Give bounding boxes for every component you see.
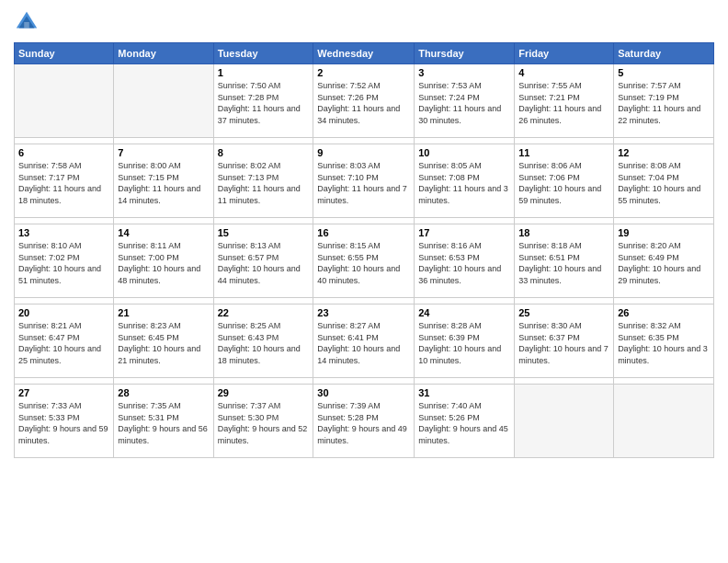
day-number: 22 (218, 307, 310, 318)
logo-icon (14, 9, 40, 35)
calendar-cell: 16Sunrise: 8:15 AMSunset: 6:55 PMDayligh… (313, 224, 415, 298)
calendar-cell: 15Sunrise: 8:13 AMSunset: 6:57 PMDayligh… (213, 224, 313, 298)
calendar-cell: 25Sunrise: 8:30 AMSunset: 6:37 PMDayligh… (515, 304, 614, 378)
day-number: 7 (118, 147, 209, 158)
day-number: 3 (418, 67, 510, 78)
day-number: 2 (317, 67, 410, 78)
calendar-cell: 2Sunrise: 7:52 AMSunset: 7:26 PMDaylight… (313, 64, 415, 138)
calendar-cell: 18Sunrise: 8:18 AMSunset: 6:51 PMDayligh… (515, 224, 614, 298)
week-row-5: 27Sunrise: 7:33 AMSunset: 5:33 PMDayligh… (15, 385, 714, 458)
day-number: 23 (317, 307, 410, 318)
day-info: Sunrise: 8:25 AMSunset: 6:43 PMDaylight:… (218, 320, 310, 366)
day-info: Sunrise: 8:32 AMSunset: 6:35 PMDaylight:… (618, 320, 710, 366)
weekday-header-thursday: Thursday (415, 43, 515, 64)
weekday-header-sunday: Sunday (15, 43, 114, 64)
day-info: Sunrise: 8:27 AMSunset: 6:41 PMDaylight:… (317, 320, 410, 366)
calendar-cell: 24Sunrise: 8:28 AMSunset: 6:39 PMDayligh… (415, 304, 515, 378)
day-info: Sunrise: 7:50 AMSunset: 7:28 PMDaylight:… (218, 80, 310, 126)
calendar-cell: 3Sunrise: 7:53 AMSunset: 7:24 PMDaylight… (415, 64, 515, 138)
day-info: Sunrise: 7:37 AMSunset: 5:30 PMDaylight:… (218, 400, 310, 446)
calendar-cell: 1Sunrise: 7:50 AMSunset: 7:28 PMDaylight… (213, 64, 313, 138)
calendar-cell: 23Sunrise: 8:27 AMSunset: 6:41 PMDayligh… (313, 304, 415, 378)
day-info: Sunrise: 8:30 AMSunset: 6:37 PMDaylight:… (518, 320, 609, 366)
day-number: 13 (18, 227, 109, 238)
calendar-cell: 9Sunrise: 8:03 AMSunset: 7:10 PMDaylight… (313, 144, 415, 218)
calendar-cell: 28Sunrise: 7:35 AMSunset: 5:31 PMDayligh… (114, 385, 213, 458)
day-number: 26 (618, 307, 710, 318)
day-number: 16 (317, 227, 410, 238)
day-info: Sunrise: 7:53 AMSunset: 7:24 PMDaylight:… (418, 80, 510, 126)
calendar-cell: 11Sunrise: 8:06 AMSunset: 7:06 PMDayligh… (515, 144, 614, 218)
weekday-header-friday: Friday (515, 43, 614, 64)
calendar-cell: 21Sunrise: 8:23 AMSunset: 6:45 PMDayligh… (114, 304, 213, 378)
calendar-cell: 7Sunrise: 8:00 AMSunset: 7:15 PMDaylight… (114, 144, 213, 218)
day-info: Sunrise: 8:23 AMSunset: 6:45 PMDaylight:… (118, 320, 209, 366)
day-info: Sunrise: 8:13 AMSunset: 6:57 PMDaylight:… (218, 240, 310, 286)
day-info: Sunrise: 8:06 AMSunset: 7:06 PMDaylight:… (518, 160, 609, 206)
svg-rect-2 (24, 22, 29, 29)
weekday-header-monday: Monday (114, 43, 213, 64)
calendar-cell: 5Sunrise: 7:57 AMSunset: 7:19 PMDaylight… (614, 64, 714, 138)
day-number: 5 (618, 67, 710, 78)
day-info: Sunrise: 7:52 AMSunset: 7:26 PMDaylight:… (317, 80, 410, 126)
day-info: Sunrise: 7:39 AMSunset: 5:28 PMDaylight:… (317, 400, 410, 446)
week-separator (15, 218, 714, 224)
day-info: Sunrise: 8:00 AMSunset: 7:15 PMDaylight:… (118, 160, 209, 206)
day-number: 31 (418, 387, 510, 398)
day-info: Sunrise: 8:18 AMSunset: 6:51 PMDaylight:… (518, 240, 609, 286)
day-number: 14 (118, 227, 209, 238)
day-number: 19 (618, 227, 710, 238)
day-info: Sunrise: 8:08 AMSunset: 7:04 PMDaylight:… (618, 160, 710, 206)
calendar-cell: 6Sunrise: 7:58 AMSunset: 7:17 PMDaylight… (15, 144, 114, 218)
day-info: Sunrise: 8:11 AMSunset: 7:00 PMDaylight:… (118, 240, 209, 286)
calendar-cell: 31Sunrise: 7:40 AMSunset: 5:26 PMDayligh… (415, 385, 515, 458)
day-number: 15 (218, 227, 310, 238)
calendar-cell: 8Sunrise: 8:02 AMSunset: 7:13 PMDaylight… (213, 144, 313, 218)
calendar-cell: 13Sunrise: 8:10 AMSunset: 7:02 PMDayligh… (15, 224, 114, 298)
day-number: 27 (18, 387, 109, 398)
calendar-cell (15, 64, 114, 138)
day-number: 6 (18, 147, 109, 158)
calendar-cell: 27Sunrise: 7:33 AMSunset: 5:33 PMDayligh… (15, 385, 114, 458)
day-number: 4 (518, 67, 609, 78)
day-number: 10 (418, 147, 510, 158)
page: SundayMondayTuesdayWednesdayThursdayFrid… (0, 0, 728, 563)
day-number: 20 (18, 307, 109, 318)
calendar-cell: 20Sunrise: 8:21 AMSunset: 6:47 PMDayligh… (15, 304, 114, 378)
day-info: Sunrise: 8:10 AMSunset: 7:02 PMDaylight:… (18, 240, 109, 286)
day-info: Sunrise: 8:15 AMSunset: 6:55 PMDaylight:… (317, 240, 410, 286)
day-info: Sunrise: 8:03 AMSunset: 7:10 PMDaylight:… (317, 160, 410, 206)
day-info: Sunrise: 7:55 AMSunset: 7:21 PMDaylight:… (518, 80, 609, 126)
calendar-cell: 12Sunrise: 8:08 AMSunset: 7:04 PMDayligh… (614, 144, 714, 218)
weekday-header-tuesday: Tuesday (213, 43, 313, 64)
day-number: 9 (317, 147, 410, 158)
calendar-cell: 4Sunrise: 7:55 AMSunset: 7:21 PMDaylight… (515, 64, 614, 138)
week-row-4: 20Sunrise: 8:21 AMSunset: 6:47 PMDayligh… (15, 304, 714, 378)
weekday-header-wednesday: Wednesday (313, 43, 415, 64)
day-number: 8 (218, 147, 310, 158)
day-number: 17 (418, 227, 510, 238)
day-info: Sunrise: 7:35 AMSunset: 5:31 PMDaylight:… (118, 400, 209, 446)
calendar-cell (614, 385, 714, 458)
day-number: 1 (218, 67, 310, 78)
calendar-cell: 17Sunrise: 8:16 AMSunset: 6:53 PMDayligh… (415, 224, 515, 298)
week-separator (15, 138, 714, 144)
day-info: Sunrise: 8:21 AMSunset: 6:47 PMDaylight:… (18, 320, 109, 366)
day-number: 28 (118, 387, 209, 398)
calendar-cell: 29Sunrise: 7:37 AMSunset: 5:30 PMDayligh… (213, 385, 313, 458)
day-info: Sunrise: 8:16 AMSunset: 6:53 PMDaylight:… (418, 240, 510, 286)
day-info: Sunrise: 8:05 AMSunset: 7:08 PMDaylight:… (418, 160, 510, 206)
calendar-cell: 22Sunrise: 8:25 AMSunset: 6:43 PMDayligh… (213, 304, 313, 378)
day-number: 25 (518, 307, 609, 318)
calendar-cell: 30Sunrise: 7:39 AMSunset: 5:28 PMDayligh… (313, 385, 415, 458)
calendar: SundayMondayTuesdayWednesdayThursdayFrid… (14, 42, 714, 458)
calendar-cell (114, 64, 213, 138)
day-info: Sunrise: 7:57 AMSunset: 7:19 PMDaylight:… (618, 80, 710, 126)
day-number: 29 (218, 387, 310, 398)
day-info: Sunrise: 7:33 AMSunset: 5:33 PMDaylight:… (18, 400, 109, 446)
weekday-header-saturday: Saturday (614, 43, 714, 64)
day-info: Sunrise: 8:02 AMSunset: 7:13 PMDaylight:… (218, 160, 310, 206)
week-separator (15, 298, 714, 304)
calendar-cell (515, 385, 614, 458)
day-number: 12 (618, 147, 710, 158)
